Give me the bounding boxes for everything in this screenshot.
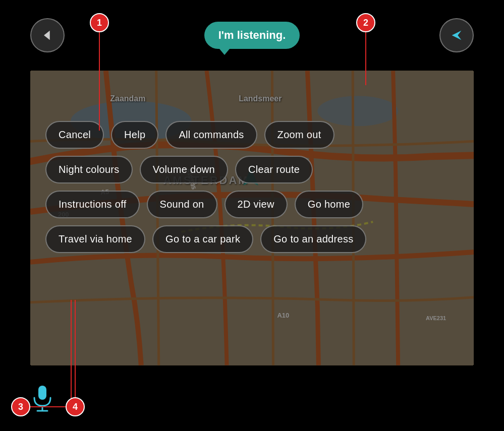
go-to-car-park-button[interactable]: Go to a car park xyxy=(152,225,253,253)
mic-area xyxy=(30,384,54,413)
annotation-2: 2 xyxy=(356,13,375,32)
go-to-address-button[interactable]: Go to an address xyxy=(260,225,366,253)
annotation-1: 1 xyxy=(90,13,109,32)
volume-down-button[interactable]: Volume down xyxy=(140,156,228,183)
svg-marker-8 xyxy=(44,31,50,40)
help-button[interactable]: Help xyxy=(111,121,158,149)
svg-marker-9 xyxy=(452,31,462,40)
back-button[interactable] xyxy=(30,18,65,52)
listening-bubble: I'm listening. xyxy=(204,22,300,49)
all-commands-button[interactable]: All commands xyxy=(165,121,257,149)
annotation-3: 3 xyxy=(11,397,30,416)
right-bar xyxy=(474,71,504,365)
location-button[interactable] xyxy=(439,18,474,52)
ann2-line xyxy=(365,32,366,85)
clear-route-button[interactable]: Clear route xyxy=(235,156,313,183)
commands-row-3: Instructions off Sound on 2D view Go hom… xyxy=(45,191,459,218)
commands-row-1: Cancel Help All commands Zoom out xyxy=(45,121,459,149)
commands-overlay: Cancel Help All commands Zoom out Night … xyxy=(45,121,459,253)
listening-text: I'm listening. xyxy=(218,29,286,41)
ann1-line xyxy=(99,32,100,131)
top-bar: I'm listening. xyxy=(0,0,504,71)
sound-on-button[interactable]: Sound on xyxy=(147,191,217,218)
svg-rect-10 xyxy=(38,386,46,400)
commands-row-2: Night colours Volume down Clear route xyxy=(45,156,459,183)
ann4-line-v xyxy=(75,300,76,397)
mic-icon xyxy=(30,384,54,413)
instructions-off-button[interactable]: Instructions off xyxy=(45,191,140,218)
commands-row-4: Travel via home Go to a car park Go to a… xyxy=(45,225,459,253)
night-colours-button[interactable]: Night colours xyxy=(45,156,133,183)
travel-via-home-button[interactable]: Travel via home xyxy=(45,225,145,253)
cancel-button[interactable]: Cancel xyxy=(45,121,104,149)
ann3-line-v xyxy=(71,300,72,406)
go-home-button[interactable]: Go home xyxy=(295,191,363,218)
ann3-line-h xyxy=(30,406,71,407)
annotation-4: 4 xyxy=(66,397,85,416)
2d-view-button[interactable]: 2D view xyxy=(225,191,288,218)
zoom-out-button[interactable]: Zoom out xyxy=(264,121,334,149)
left-bar xyxy=(0,71,30,365)
